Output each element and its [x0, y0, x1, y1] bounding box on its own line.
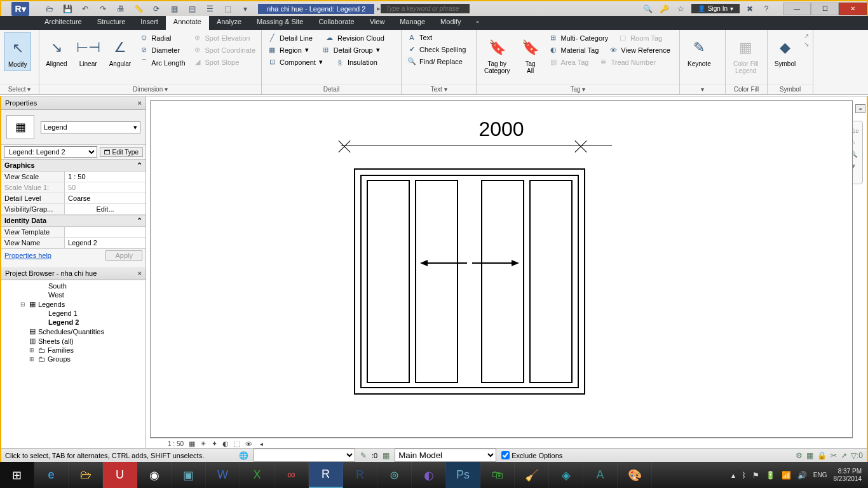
taskbar-excel-icon[interactable]: X: [240, 462, 275, 488]
tree-item[interactable]: ⊟▦Legends: [1, 299, 146, 309]
taskbar-app-icon[interactable]: ∞: [275, 462, 309, 488]
qat-icon[interactable]: ⬚: [221, 3, 234, 15]
taskbar-paint-icon[interactable]: 🎨: [618, 462, 652, 488]
tray-clock[interactable]: 8:37 PM 8/23/2014: [834, 468, 862, 483]
group-identity[interactable]: Identity Data⌃: [1, 215, 146, 227]
region-button[interactable]: ▦Region ▾: [266, 44, 311, 55]
tree-item[interactable]: West: [1, 290, 146, 299]
qat-icon[interactable]: ▤: [186, 3, 198, 15]
binoculars-icon[interactable]: 🔍: [642, 3, 654, 15]
tray-flag-icon[interactable]: ⚑: [752, 471, 759, 480]
expand-icon[interactable]: ↗: [804, 32, 809, 39]
status-icon[interactable]: ⚙: [796, 451, 803, 460]
signin-button[interactable]: 👤 Sign In ▾: [691, 4, 740, 13]
taskbar-vbox-icon[interactable]: ▣: [172, 462, 206, 488]
print-icon[interactable]: 🖶: [114, 3, 127, 15]
check-spelling-button[interactable]: ✔Check Spelling: [405, 44, 468, 55]
key-icon[interactable]: 🔑: [658, 3, 671, 15]
drawing-canvas[interactable]: 2000: [150, 100, 853, 438]
tree-item[interactable]: ⊞🗀Groups: [1, 355, 146, 363]
status-icon[interactable]: 🔒: [817, 451, 827, 460]
panel-tag[interactable]: Tag ▾: [477, 84, 679, 94]
status-icon[interactable]: ▦: [806, 451, 813, 460]
angular-button[interactable]: ∠Angular: [107, 32, 134, 70]
tray-battery-icon[interactable]: 🔋: [766, 471, 775, 480]
prop-value[interactable]: Coarse: [65, 193, 146, 203]
status-icon[interactable]: ↗: [841, 451, 847, 460]
view-close-icon[interactable]: ×: [855, 104, 865, 113]
tree-item[interactable]: Legend 1: [1, 309, 146, 318]
symbol-button[interactable]: ◆Symbol: [771, 32, 799, 70]
view-reference-button[interactable]: 👁View Reference: [607, 44, 672, 55]
prop-value[interactable]: Legend 2: [65, 238, 146, 248]
tray-network-icon[interactable]: 📶: [782, 471, 791, 480]
panel-text[interactable]: Text ▾: [402, 84, 476, 94]
insulation-button[interactable]: §Insulation: [334, 57, 379, 67]
tray-volume-icon[interactable]: 🔊: [797, 471, 807, 480]
design-option-combo[interactable]: Main Model: [395, 449, 496, 462]
edit-type-button[interactable]: 🗔 Edit Type: [100, 147, 143, 157]
spot-slope-button[interactable]: ◢Spot Slope: [191, 57, 258, 67]
room-tag-button[interactable]: ▢Room Tag: [616, 32, 664, 43]
panel-dimension[interactable]: Dimension ▾: [39, 84, 261, 94]
instance-combo[interactable]: Legend: Legend 2: [4, 146, 97, 158]
close-icon[interactable]: ×: [138, 269, 142, 277]
detail-line-button[interactable]: ╱Detail Line: [266, 32, 315, 43]
component-button[interactable]: ⊡Component ▾: [266, 57, 325, 67]
spot-coordinate-button[interactable]: ⊕Spot Coordinate: [191, 44, 258, 55]
search-input[interactable]: [381, 4, 470, 13]
close-icon[interactable]: ×: [138, 99, 142, 107]
qat-icon[interactable]: ▦: [168, 3, 180, 15]
taskbar-chrome-icon[interactable]: ◉: [137, 462, 172, 488]
prop-value[interactable]: 1 : 50: [65, 172, 146, 182]
color-fill-legend-button[interactable]: ▦Color FillLegend: [729, 32, 762, 77]
tray-language[interactable]: ENG: [813, 471, 827, 478]
qat-dropdown-icon[interactable]: ▾: [239, 3, 252, 15]
taskbar-store-icon[interactable]: 🛍: [480, 462, 515, 488]
close-button[interactable]: ✕: [839, 3, 867, 15]
properties-help-link[interactable]: Properties help: [4, 252, 51, 259]
taskbar-word-icon[interactable]: W: [206, 462, 240, 488]
open-icon[interactable]: 🗁: [43, 3, 56, 15]
prop-value[interactable]: Edit...: [65, 204, 146, 214]
detail-level-icon[interactable]: ▦: [189, 440, 195, 448]
tab-analyze[interactable]: Analyze: [209, 16, 249, 30]
aligned-button[interactable]: ↘Aligned: [43, 32, 70, 70]
spot-elevation-button[interactable]: ⊕Spot Elevation: [191, 32, 258, 43]
tread-number-button[interactable]: ≣Tread Number: [597, 57, 658, 67]
tab-manage[interactable]: Manage: [392, 16, 433, 30]
crop-icon[interactable]: ⬚: [234, 440, 240, 448]
tab-architecture[interactable]: Architecture: [37, 16, 90, 30]
tree-item[interactable]: ▤Schedules/Quantities: [1, 327, 146, 336]
expand-icon[interactable]: ⊟: [20, 301, 27, 308]
tab-modify[interactable]: Modify: [433, 16, 468, 30]
app-menu[interactable]: R▾: [1, 1, 39, 17]
type-combo[interactable]: Legend ▾: [41, 121, 140, 133]
taskbar-explorer-icon[interactable]: 🗁: [69, 462, 103, 488]
prop-value[interactable]: 50: [65, 182, 146, 193]
expand-icon[interactable]: ↘: [804, 41, 809, 48]
find-replace-button[interactable]: 🔍Find/ Replace: [405, 56, 468, 67]
tab-annotate[interactable]: Annotate: [166, 16, 209, 30]
minimize-button[interactable]: —: [783, 3, 811, 15]
tab-massing[interactable]: Massing & Site: [249, 16, 311, 30]
save-icon[interactable]: 💾: [61, 3, 74, 15]
tree-item[interactable]: ▥Sheets (all): [1, 336, 146, 346]
multi-category-button[interactable]: ⊞Multi- Category: [547, 32, 611, 43]
type-selector[interactable]: ▦ Legend ▾: [1, 110, 146, 145]
material-tag-button[interactable]: ◐Material Tag: [547, 44, 601, 55]
panel-keynote[interactable]: ▾: [680, 84, 725, 94]
detail-group-button[interactable]: ⊞Detail Group ▾: [320, 44, 382, 55]
tab-structure[interactable]: Structure: [90, 16, 133, 30]
radial-button[interactable]: ⊙Radial: [137, 32, 187, 43]
exclude-options-check[interactable]: Exclude Options: [501, 451, 562, 459]
prop-value[interactable]: [65, 227, 146, 237]
undo-icon[interactable]: ↶: [79, 3, 92, 15]
visual-style-icon[interactable]: ☀: [200, 440, 207, 448]
sun-path-icon[interactable]: ✦: [212, 440, 217, 448]
start-button[interactable]: ⊞: [0, 462, 34, 488]
star-icon[interactable]: ☆: [675, 3, 688, 15]
tree-item[interactable]: South: [1, 281, 146, 290]
tab-view[interactable]: View: [362, 16, 393, 30]
shadows-icon[interactable]: ◐: [222, 440, 229, 448]
